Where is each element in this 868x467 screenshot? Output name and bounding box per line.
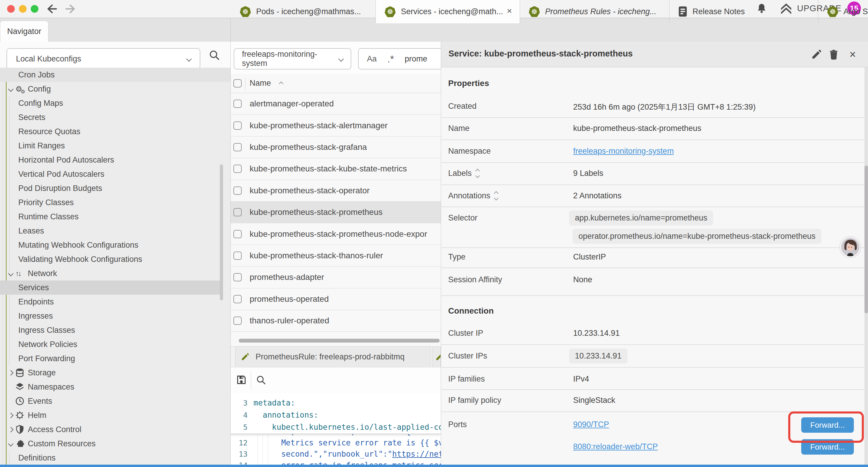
table-row[interactable]: kube-prometheus-stack-operator [231,180,441,202]
navigator-search-icon[interactable] [209,49,220,61]
table-row[interactable]: prometheus-operated [231,289,441,310]
row-checkbox[interactable] [234,273,242,282]
sidebar-item-mutating-webhook-configurations[interactable]: Mutating Webhook Configurations [0,238,230,252]
sidebar-group-config[interactable]: ⚙⚙ Config [0,82,230,96]
select-all-checkbox[interactable] [234,79,242,87]
sidebar-item-services[interactable]: Services [0,281,220,295]
field-label: Cluster IPs [448,351,487,360]
delete-trash-icon[interactable] [828,49,839,60]
row-checkbox[interactable] [234,121,242,130]
table-row[interactable]: kube-prometheus-stack-grafana [231,137,441,158]
sidebar-item-definitions[interactable]: Definitions [0,451,230,465]
sidebar-item-resource-quotas[interactable]: Resource Quotas [0,124,230,139]
sidebar-item-leases[interactable]: Leases [0,224,230,238]
navigator-scrollbar[interactable] [220,164,223,300]
sidebar-item-config-maps[interactable]: Config Maps [0,96,230,110]
row-checkbox[interactable] [234,208,242,216]
regex-toggle[interactable]: .* [387,53,394,65]
row-checkbox[interactable] [234,230,242,238]
sidebar-item-runtime-classes[interactable]: Runtime Classes [0,209,230,224]
sidebar-item-port-forwarding[interactable]: Port Forwarding [0,351,230,366]
sidebar-item-cron-jobs[interactable]: Cron Jobs [0,68,230,82]
row-checkbox[interactable] [234,295,242,303]
forward-button[interactable] [64,3,78,14]
editor-tab-partial[interactable] [432,346,441,367]
close-window-button[interactable] [7,5,15,13]
table-row[interactable]: kube-prometheus-stack-alertmanager [231,115,441,136]
forward-port-button[interactable]: Forward... [801,417,854,433]
minimize-window-button[interactable] [19,5,27,13]
navigator-panel-tab[interactable]: Navigator [0,21,49,42]
editor-search-icon[interactable] [256,375,267,385]
field-label-labels[interactable]: Labels [448,169,479,178]
match-case-toggle[interactable]: Aa [367,54,377,63]
horizontal-scrollbar[interactable] [239,339,440,343]
column-header-name[interactable]: Name [250,79,271,88]
back-button[interactable] [45,3,58,14]
tab-pods[interactable]: ☸ Pods - icecheng@mathmas... [231,0,376,23]
services-table: Name alertmanager-operated kube-promethe… [231,74,441,339]
sidebar-item-endpoints[interactable]: Endpoints [0,295,230,309]
zoom-window-button[interactable] [31,5,38,13]
sidebar-item-ingress-classes[interactable]: Ingress Classes [0,323,230,337]
row-checkbox[interactable] [234,317,242,325]
sidebar-group-network[interactable]: ↑↓ Network [0,266,230,281]
table-row[interactable]: prometheus-adapter [231,267,441,288]
port-link[interactable]: 9090/TCP [573,420,609,429]
port-link[interactable]: 8080:reloader-web/TCP [573,442,658,451]
forward-port-button[interactable]: Forward... [801,439,854,455]
table-row-selected[interactable]: kube-prometheus-stack-prometheus [231,202,441,223]
sidebar-item-network-policies[interactable]: Network Policies [0,337,230,351]
row-checkbox[interactable] [234,186,242,195]
chevron-right-icon [8,370,13,375]
tab-services-active[interactable]: ☸ Services - icecheng@math... × [376,0,520,23]
code-link[interactable]: https://net [392,449,441,459]
sort-ascending-icon[interactable] [279,82,284,86]
namespace-link[interactable]: freeleaps-monitoring-system [573,147,674,156]
line-number: 5 [231,423,248,432]
sidebar-item-namespaces[interactable]: Namespaces [0,380,230,394]
sidebar-item-label: Network Policies [18,340,78,349]
sidebar-item-label: Horizontal Pod Autoscalers [18,155,114,165]
tab-argo[interactable]: ☸ Argo Se [818,0,868,23]
tab-prometheus-rules[interactable]: ☸ Prometheus Rules - icecheng... [520,0,670,23]
kubeconfig-selector[interactable]: Local Kubeconfigs [6,48,200,69]
field-label-text: Labels [448,169,472,178]
sidebar-group-access-control[interactable]: Access Control [0,422,230,437]
tab-release-notes[interactable]: Release Notes [670,0,818,23]
sidebar-item-priority-classes[interactable]: Priority Classes [0,195,230,209]
close-drawer-icon[interactable]: × [849,48,856,61]
save-icon[interactable] [236,374,247,385]
sidebar-item-vertical-pod-autoscalers[interactable]: Vertical Pod Autoscalers [0,167,230,181]
expand-collapse-icon[interactable] [495,192,498,200]
row-checkbox[interactable] [234,252,242,260]
expand-collapse-icon[interactable] [476,169,479,177]
sidebar-item-secrets[interactable]: Secrets [0,110,230,124]
table-row[interactable]: thanos-ruler-operated [231,310,441,332]
table-row[interactable]: kube-prometheus-stack-prometheus-node-ex… [231,223,441,245]
sidebar-item-pod-disruption-budgets[interactable]: Pod Disruption Budgets [0,181,230,195]
editor-tab-active[interactable]: PrometheusRule: freeleaps-prod-rabbitmq [235,346,430,367]
row-checkbox[interactable] [234,165,242,173]
table-row[interactable]: kube-prometheus-stack-thanos-ruler [231,245,441,267]
sidebar-item-ingresses[interactable]: Ingresses [0,309,230,323]
sidebar-item-events[interactable]: Events [0,394,230,408]
avatar[interactable] [839,236,862,258]
table-row[interactable]: kube-prometheus-stack-kube-state-metrics [231,158,441,180]
namespace-selector[interactable]: freeleaps-monitoring-system [234,48,351,69]
yaml-editor[interactable]: 11 0", "for": "hm", "labels": {"service"… [231,393,441,465]
sidebar-item-limit-ranges[interactable]: Limit Ranges [0,139,230,153]
sidebar-group-helm[interactable]: Helm [0,408,230,422]
sidebar-item-horizontal-pod-autoscalers[interactable]: Horizontal Pod Autoscalers [0,153,230,167]
row-checkbox[interactable] [234,143,242,151]
sidebar-group-custom-resources[interactable]: Custom Resources [0,437,230,451]
row-checkbox[interactable] [234,99,242,108]
sidebar-group-storage[interactable]: Storage [0,366,230,380]
edit-pencil-icon[interactable] [811,49,822,60]
search-input[interactable]: prome [405,54,428,63]
table-row[interactable]: alertmanager-operated [231,93,441,115]
drawer-scrollbar-thumb[interactable] [864,166,868,313]
close-tab-icon[interactable]: × [507,6,512,16]
sidebar-item-validating-webhook-configurations[interactable]: Validating Webhook Configurations [0,252,230,266]
field-label-annotations[interactable]: Annotations [448,191,498,200]
